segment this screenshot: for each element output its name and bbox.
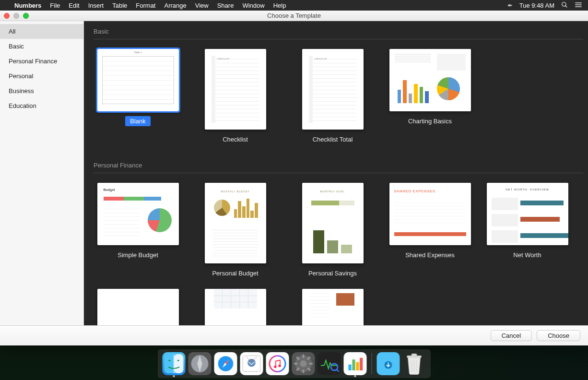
template-label: Blank — [125, 116, 151, 126]
template-label: Checklist Total — [308, 134, 358, 144]
template-thumb[interactable] — [302, 49, 364, 130]
dock-trash-icon[interactable] — [403, 352, 426, 375]
sidebar-item-education[interactable]: Education — [0, 98, 83, 113]
dock-finder-icon[interactable] — [163, 352, 186, 375]
template-blank[interactable]: Blank — [94, 49, 182, 144]
category-sidebar: All Basic Personal Finance Personal Busi… — [0, 21, 84, 325]
svg-point-0 — [562, 2, 566, 6]
template-mortgage-calculator[interactable]: Mortgage Calculator — [288, 289, 377, 325]
running-indicator — [354, 375, 356, 377]
template-label: Shared Expenses — [400, 250, 459, 260]
template-label: Charting Basics — [403, 116, 457, 126]
svg-point-17 — [274, 366, 277, 368]
dock-mail-icon[interactable] — [240, 352, 263, 375]
running-indicator — [173, 375, 175, 377]
template-thumb[interactable]: Budget — [97, 183, 179, 245]
sidebar-item-business[interactable]: Business — [0, 83, 83, 98]
minimize-button[interactable] — [13, 13, 19, 19]
menu-share[interactable]: Share — [217, 2, 234, 9]
menu-view[interactable]: View — [195, 2, 209, 9]
close-button[interactable] — [4, 13, 10, 19]
menu-file[interactable]: File — [50, 2, 60, 9]
template-thumb[interactable]: MONTHLY BUDGET — [205, 183, 266, 263]
menu-edit[interactable]: Edit — [69, 2, 79, 9]
template-label: Checklist — [218, 134, 253, 144]
template-chooser-window: Choose a Template All Basic Personal Fin… — [0, 11, 588, 345]
menu-arrange[interactable]: Arrange — [164, 2, 186, 9]
template-label: Simple Budget — [113, 250, 163, 260]
svg-rect-33 — [349, 365, 352, 370]
template-thumb[interactable]: NET WORTH: OVERVIEW — [487, 183, 568, 245]
menubar-clock[interactable]: Tue 9:48 AM — [519, 2, 554, 9]
svg-point-20 — [300, 360, 307, 367]
menu-table[interactable]: Table — [112, 2, 127, 9]
svg-rect-41 — [412, 354, 417, 356]
dock — [158, 349, 431, 378]
dock-numbers-icon[interactable] — [344, 352, 367, 375]
dock-launchpad-icon[interactable] — [188, 352, 212, 375]
menu-window[interactable]: Window — [242, 2, 264, 9]
svg-point-8 — [177, 360, 179, 361]
template-label: Personal Budget — [207, 268, 263, 278]
template-checklist-total[interactable]: Checklist Total — [288, 49, 377, 144]
template-personal-budget[interactable]: MONTHLY BUDGET Personal Budget — [191, 183, 280, 278]
template-thumb[interactable]: SHARED EXPENSES — [389, 183, 471, 245]
sidebar-item-personal[interactable]: Personal — [0, 69, 83, 83]
template-label: Net Worth — [508, 250, 546, 260]
dock-separator — [372, 353, 372, 374]
template-net-worth[interactable]: NET WORTH: OVERVIEW Net Worth — [483, 183, 572, 278]
template-thumb[interactable]: Mortgage Calculator — [302, 289, 364, 325]
template-personal-savings[interactable]: MONTHLY GOAL Personal Savings — [288, 183, 377, 278]
menu-insert[interactable]: Insert — [88, 2, 104, 9]
app-menu[interactable]: Numbers — [14, 2, 41, 9]
svg-point-14 — [247, 359, 256, 367]
notification-center-icon[interactable] — [575, 2, 582, 9]
template-label: Personal Savings — [304, 268, 362, 278]
dock-system-preferences-icon[interactable] — [292, 352, 315, 375]
template-charting-basics[interactable]: Charting Basics — [386, 49, 474, 144]
menu-help[interactable]: Help — [273, 2, 286, 9]
category-header-basic: Basic — [94, 21, 583, 39]
sidebar-item-all[interactable]: All — [0, 24, 83, 39]
template-thumb[interactable]: MONTHLY GOAL — [302, 183, 364, 263]
window-bottom-bar: Cancel Choose — [0, 325, 588, 345]
menu-format[interactable]: Format — [136, 2, 155, 9]
sidebar-item-personal-finance[interactable]: Personal Finance — [0, 54, 83, 69]
template-thumb[interactable] — [205, 49, 266, 130]
zoom-button[interactable] — [23, 13, 29, 19]
svg-point-18 — [278, 365, 281, 368]
dock-activity-monitor-icon[interactable] — [318, 352, 341, 375]
svg-rect-36 — [360, 358, 363, 370]
status-icon[interactable]: ✒︎ — [507, 2, 513, 9]
dock-safari-icon[interactable] — [214, 352, 237, 375]
svg-point-7 — [169, 360, 170, 361]
sidebar-item-basic[interactable]: Basic — [0, 39, 83, 54]
cancel-button[interactable]: Cancel — [491, 330, 532, 341]
template-simple-budget[interactable]: Budget Simple Budget — [94, 183, 182, 278]
svg-line-1 — [565, 5, 567, 7]
window-title: Choose a Template — [267, 12, 321, 19]
template-shared-expenses[interactable]: SHARED EXPENSES Shared Expenses — [386, 183, 474, 278]
dock-downloads-icon[interactable] — [377, 352, 400, 375]
svg-point-15 — [268, 354, 287, 373]
svg-rect-35 — [356, 362, 359, 371]
svg-rect-34 — [352, 359, 355, 370]
template-thumb[interactable] — [97, 49, 179, 111]
spotlight-icon[interactable] — [561, 1, 568, 10]
template-checklist[interactable]: Checklist — [191, 49, 280, 144]
template-thumb[interactable]: Loan Comparison — [205, 289, 266, 325]
template-thumb[interactable]: RETIREMENT SAVINGS — [97, 289, 179, 325]
template-thumb[interactable] — [389, 49, 471, 111]
category-header-personal-finance: Personal Finance — [94, 155, 583, 173]
dock-itunes-icon[interactable] — [266, 352, 289, 375]
choose-button[interactable]: Choose — [537, 330, 580, 341]
template-retirement-savings[interactable]: RETIREMENT SAVINGS — [94, 289, 182, 325]
template-loan-comparison[interactable]: Loan Comparison — [191, 289, 280, 325]
window-titlebar[interactable]: Choose a Template — [0, 11, 588, 21]
svg-rect-6 — [174, 354, 184, 373]
template-grid-area[interactable]: Basic Blank Checklist Checklist Total — [84, 21, 588, 325]
svg-rect-38 — [380, 357, 388, 360]
menubar: Numbers File Edit Insert Table Format Ar… — [0, 0, 588, 11]
